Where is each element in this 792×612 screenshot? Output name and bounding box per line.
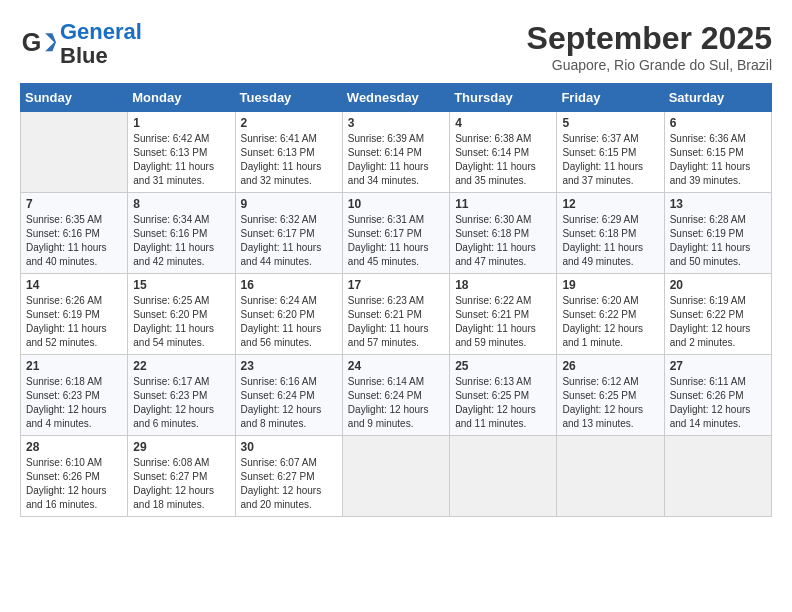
calendar-cell: 7Sunrise: 6:35 AM Sunset: 6:16 PM Daylig… (21, 193, 128, 274)
day-number: 1 (133, 116, 229, 130)
calendar-header-day: Thursday (450, 84, 557, 112)
calendar-cell: 23Sunrise: 6:16 AM Sunset: 6:24 PM Dayli… (235, 355, 342, 436)
day-number: 27 (670, 359, 766, 373)
day-number: 8 (133, 197, 229, 211)
calendar-cell: 8Sunrise: 6:34 AM Sunset: 6:16 PM Daylig… (128, 193, 235, 274)
calendar-cell: 16Sunrise: 6:24 AM Sunset: 6:20 PM Dayli… (235, 274, 342, 355)
day-info: Sunrise: 6:36 AM Sunset: 6:15 PM Dayligh… (670, 132, 766, 188)
day-info: Sunrise: 6:29 AM Sunset: 6:18 PM Dayligh… (562, 213, 658, 269)
day-number: 10 (348, 197, 444, 211)
calendar-cell: 21Sunrise: 6:18 AM Sunset: 6:23 PM Dayli… (21, 355, 128, 436)
logo-icon: G (20, 26, 56, 62)
calendar-cell (342, 436, 449, 517)
calendar-header-day: Saturday (664, 84, 771, 112)
calendar-cell (664, 436, 771, 517)
day-number: 11 (455, 197, 551, 211)
day-info: Sunrise: 6:41 AM Sunset: 6:13 PM Dayligh… (241, 132, 337, 188)
day-info: Sunrise: 6:37 AM Sunset: 6:15 PM Dayligh… (562, 132, 658, 188)
calendar-cell: 12Sunrise: 6:29 AM Sunset: 6:18 PM Dayli… (557, 193, 664, 274)
day-number: 6 (670, 116, 766, 130)
calendar-header-day: Monday (128, 84, 235, 112)
calendar-week-row: 28Sunrise: 6:10 AM Sunset: 6:26 PM Dayli… (21, 436, 772, 517)
calendar-header-row: SundayMondayTuesdayWednesdayThursdayFrid… (21, 84, 772, 112)
day-number: 16 (241, 278, 337, 292)
calendar-cell: 26Sunrise: 6:12 AM Sunset: 6:25 PM Dayli… (557, 355, 664, 436)
day-info: Sunrise: 6:19 AM Sunset: 6:22 PM Dayligh… (670, 294, 766, 350)
page-header: G General Blue September 2025 Guapore, R… (20, 20, 772, 73)
calendar-cell: 2Sunrise: 6:41 AM Sunset: 6:13 PM Daylig… (235, 112, 342, 193)
day-number: 29 (133, 440, 229, 454)
day-info: Sunrise: 6:12 AM Sunset: 6:25 PM Dayligh… (562, 375, 658, 431)
calendar-header-day: Sunday (21, 84, 128, 112)
day-number: 24 (348, 359, 444, 373)
calendar-cell: 1Sunrise: 6:42 AM Sunset: 6:13 PM Daylig… (128, 112, 235, 193)
location: Guapore, Rio Grande do Sul, Brazil (527, 57, 772, 73)
day-info: Sunrise: 6:38 AM Sunset: 6:14 PM Dayligh… (455, 132, 551, 188)
calendar-cell: 6Sunrise: 6:36 AM Sunset: 6:15 PM Daylig… (664, 112, 771, 193)
day-number: 22 (133, 359, 229, 373)
calendar-header-day: Friday (557, 84, 664, 112)
day-info: Sunrise: 6:28 AM Sunset: 6:19 PM Dayligh… (670, 213, 766, 269)
day-info: Sunrise: 6:14 AM Sunset: 6:24 PM Dayligh… (348, 375, 444, 431)
calendar-cell: 20Sunrise: 6:19 AM Sunset: 6:22 PM Dayli… (664, 274, 771, 355)
calendar-week-row: 14Sunrise: 6:26 AM Sunset: 6:19 PM Dayli… (21, 274, 772, 355)
day-info: Sunrise: 6:23 AM Sunset: 6:21 PM Dayligh… (348, 294, 444, 350)
svg-marker-1 (45, 33, 56, 51)
day-info: Sunrise: 6:11 AM Sunset: 6:26 PM Dayligh… (670, 375, 766, 431)
calendar-body: 1Sunrise: 6:42 AM Sunset: 6:13 PM Daylig… (21, 112, 772, 517)
calendar-cell: 15Sunrise: 6:25 AM Sunset: 6:20 PM Dayli… (128, 274, 235, 355)
calendar-cell: 25Sunrise: 6:13 AM Sunset: 6:25 PM Dayli… (450, 355, 557, 436)
calendar-cell: 18Sunrise: 6:22 AM Sunset: 6:21 PM Dayli… (450, 274, 557, 355)
svg-text:G: G (22, 28, 42, 56)
day-number: 4 (455, 116, 551, 130)
calendar-cell: 19Sunrise: 6:20 AM Sunset: 6:22 PM Dayli… (557, 274, 664, 355)
day-number: 23 (241, 359, 337, 373)
day-info: Sunrise: 6:10 AM Sunset: 6:26 PM Dayligh… (26, 456, 122, 512)
day-number: 12 (562, 197, 658, 211)
day-number: 30 (241, 440, 337, 454)
day-info: Sunrise: 6:39 AM Sunset: 6:14 PM Dayligh… (348, 132, 444, 188)
day-info: Sunrise: 6:42 AM Sunset: 6:13 PM Dayligh… (133, 132, 229, 188)
day-info: Sunrise: 6:32 AM Sunset: 6:17 PM Dayligh… (241, 213, 337, 269)
calendar-cell (450, 436, 557, 517)
day-info: Sunrise: 6:07 AM Sunset: 6:27 PM Dayligh… (241, 456, 337, 512)
day-info: Sunrise: 6:24 AM Sunset: 6:20 PM Dayligh… (241, 294, 337, 350)
calendar-week-row: 1Sunrise: 6:42 AM Sunset: 6:13 PM Daylig… (21, 112, 772, 193)
day-number: 5 (562, 116, 658, 130)
calendar-table: SundayMondayTuesdayWednesdayThursdayFrid… (20, 83, 772, 517)
day-info: Sunrise: 6:16 AM Sunset: 6:24 PM Dayligh… (241, 375, 337, 431)
calendar-week-row: 7Sunrise: 6:35 AM Sunset: 6:16 PM Daylig… (21, 193, 772, 274)
day-number: 28 (26, 440, 122, 454)
day-number: 3 (348, 116, 444, 130)
calendar-cell: 30Sunrise: 6:07 AM Sunset: 6:27 PM Dayli… (235, 436, 342, 517)
day-info: Sunrise: 6:31 AM Sunset: 6:17 PM Dayligh… (348, 213, 444, 269)
day-info: Sunrise: 6:18 AM Sunset: 6:23 PM Dayligh… (26, 375, 122, 431)
day-info: Sunrise: 6:25 AM Sunset: 6:20 PM Dayligh… (133, 294, 229, 350)
calendar-cell: 10Sunrise: 6:31 AM Sunset: 6:17 PM Dayli… (342, 193, 449, 274)
calendar-cell: 29Sunrise: 6:08 AM Sunset: 6:27 PM Dayli… (128, 436, 235, 517)
day-number: 26 (562, 359, 658, 373)
calendar-cell: 3Sunrise: 6:39 AM Sunset: 6:14 PM Daylig… (342, 112, 449, 193)
calendar-cell: 24Sunrise: 6:14 AM Sunset: 6:24 PM Dayli… (342, 355, 449, 436)
day-number: 9 (241, 197, 337, 211)
calendar-cell: 9Sunrise: 6:32 AM Sunset: 6:17 PM Daylig… (235, 193, 342, 274)
calendar-cell: 22Sunrise: 6:17 AM Sunset: 6:23 PM Dayli… (128, 355, 235, 436)
day-number: 7 (26, 197, 122, 211)
day-number: 18 (455, 278, 551, 292)
calendar-cell (557, 436, 664, 517)
calendar-header-day: Tuesday (235, 84, 342, 112)
calendar-cell: 11Sunrise: 6:30 AM Sunset: 6:18 PM Dayli… (450, 193, 557, 274)
day-number: 25 (455, 359, 551, 373)
day-info: Sunrise: 6:20 AM Sunset: 6:22 PM Dayligh… (562, 294, 658, 350)
day-info: Sunrise: 6:08 AM Sunset: 6:27 PM Dayligh… (133, 456, 229, 512)
calendar-cell: 5Sunrise: 6:37 AM Sunset: 6:15 PM Daylig… (557, 112, 664, 193)
day-info: Sunrise: 6:17 AM Sunset: 6:23 PM Dayligh… (133, 375, 229, 431)
logo-text: General Blue (60, 20, 142, 68)
calendar-cell: 17Sunrise: 6:23 AM Sunset: 6:21 PM Dayli… (342, 274, 449, 355)
day-number: 13 (670, 197, 766, 211)
day-info: Sunrise: 6:26 AM Sunset: 6:19 PM Dayligh… (26, 294, 122, 350)
day-number: 17 (348, 278, 444, 292)
calendar-cell: 27Sunrise: 6:11 AM Sunset: 6:26 PM Dayli… (664, 355, 771, 436)
day-number: 19 (562, 278, 658, 292)
calendar-cell (21, 112, 128, 193)
